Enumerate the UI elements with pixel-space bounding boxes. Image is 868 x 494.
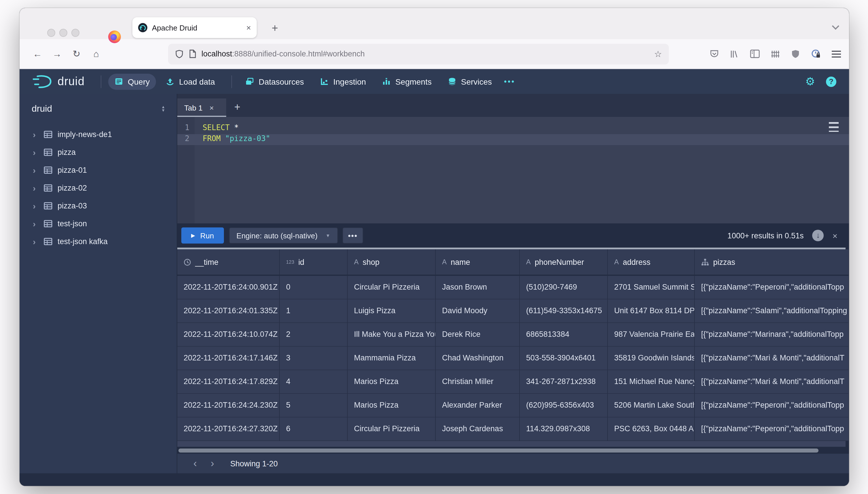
cell-phone[interactable]: 6865813384 [520, 323, 608, 347]
cell-name[interactable]: Alexander Parker [436, 394, 520, 417]
cell-id[interactable]: 0 [280, 276, 348, 299]
sidebar-item-pizza-02[interactable]: › pizza-02 [20, 179, 177, 197]
sidebars-icon[interactable] [750, 50, 760, 58]
table-row[interactable]: 2022-11-20T16:24:17.146Z 3 Mammamia Pizz… [177, 347, 849, 370]
cell-address[interactable]: 987 Valencia Prairie Eas [608, 323, 695, 347]
sidebar-item-pizza-01[interactable]: › pizza-01 [20, 161, 177, 179]
cell-phone[interactable]: 503-558-3904x6401 [520, 347, 608, 370]
cell-shop[interactable]: Circular Pi Pizzeria [348, 276, 436, 299]
cell-phone[interactable]: (620)995-6356x403 [520, 394, 608, 417]
cell-phone[interactable]: (510)290-7469 [520, 276, 608, 299]
cell-time[interactable]: 2022-11-20T16:24:10.074Z [177, 323, 280, 347]
editor-line-1[interactable]: 1 SELECT * [177, 123, 849, 134]
nav-item-segments[interactable]: Segments [376, 73, 438, 90]
cell-shop[interactable]: Marios Pizza [348, 370, 436, 394]
cell-id[interactable]: 3 [280, 347, 348, 370]
cell-name[interactable]: David Moody [436, 299, 520, 323]
page-info-icon[interactable] [189, 50, 196, 58]
table-row[interactable]: 2022-11-20T16:24:00.901Z 0 Circular Pi P… [177, 276, 849, 299]
sql-editor[interactable]: 1 SELECT * 2 FROM "pizza-03" [177, 117, 849, 223]
table-row[interactable]: 2022-11-20T16:24:01.335Z 1 Luigis Pizza … [177, 299, 849, 323]
cell-shop[interactable]: Circular Pi Pizzeria [348, 417, 436, 441]
cell-pizzas[interactable]: [{"pizzaName":"Mari & Monti","additional… [695, 347, 849, 370]
cell-pizzas[interactable]: [{"pizzaName":"Marinara","additionalTopp [695, 323, 849, 347]
prev-page-icon[interactable]: ‹ [187, 457, 204, 470]
next-page-icon[interactable]: › [204, 457, 221, 470]
cell-address[interactable]: PSC 6263, Box 0448 APO [608, 417, 695, 441]
sidebar-item-test-json[interactable]: › test-json [20, 215, 177, 233]
editor-menu-icon[interactable] [829, 122, 838, 132]
cell-time[interactable]: 2022-11-20T16:24:27.320Z [177, 417, 280, 441]
cell-shop[interactable]: Luigis Pizza [348, 299, 436, 323]
cell-time[interactable]: 2022-11-20T16:24:17.146Z [177, 347, 280, 370]
cell-id[interactable]: 2 [280, 323, 348, 347]
cell-shop[interactable]: Mammamia Pizza [348, 347, 436, 370]
forward-icon[interactable]: → [47, 49, 67, 59]
nav-item-query[interactable]: Query [108, 73, 156, 90]
privacy-badger-icon[interactable] [791, 49, 800, 58]
traffic-light-close[interactable] [47, 29, 55, 37]
cell-time[interactable]: 2022-11-20T16:24:24.230Z [177, 394, 280, 417]
cell-time[interactable]: 2022-11-20T16:24:01.335Z [177, 299, 280, 323]
column-header-phonenumber[interactable]: A phoneNumber [520, 249, 608, 274]
cell-address[interactable]: 35819 Goodwin Islands [608, 347, 695, 370]
cell-name[interactable]: Jason Brown [436, 276, 520, 299]
download-results-icon[interactable]: ↓ [812, 230, 824, 241]
cell-address[interactable]: Unit 6147 Box 8114 DPO [608, 299, 695, 323]
nav-item-datasources[interactable]: Datasources [239, 73, 310, 90]
column-header-address[interactable]: A address [608, 249, 695, 274]
add-query-tab-button[interactable]: + [234, 101, 240, 113]
cell-shop[interactable]: Marios Pizza [348, 394, 436, 417]
cell-time[interactable]: 2022-11-20T16:24:17.829Z [177, 370, 280, 394]
nav-item-services[interactable]: Services [442, 73, 498, 90]
cell-pizzas[interactable]: [{"pizzaName":"Salami","additionalToppin… [695, 299, 849, 323]
chevron-right-icon[interactable]: › [33, 201, 39, 211]
cell-time[interactable]: 2022-11-20T16:24:00.901Z [177, 276, 280, 299]
help-icon[interactable]: ? [826, 76, 836, 87]
nav-item-ingestion[interactable]: Ingestion [314, 73, 372, 90]
column-header-shop[interactable]: A shop [348, 249, 436, 274]
library-icon[interactable] [730, 49, 739, 58]
chevron-right-icon[interactable]: › [33, 219, 39, 229]
shield-permissions-icon[interactable] [175, 49, 184, 58]
cell-pizzas[interactable]: [{"pizzaName":"Peperoni","additionalTopp [695, 276, 849, 299]
privacy-lock-icon[interactable] [811, 49, 821, 59]
horizontal-scrollbar[interactable] [177, 447, 849, 454]
more-options-button[interactable]: ••• [342, 227, 363, 244]
traffic-light-minimize[interactable] [59, 29, 67, 37]
cell-address[interactable]: 151 Michael Rue Nancyb [608, 370, 695, 394]
cell-pizzas[interactable]: [{"pizzaName":"Peperoni","additionalTopp [695, 394, 849, 417]
new-tab-button[interactable]: + [272, 22, 278, 35]
table-row[interactable]: 2022-11-20T16:24:17.829Z 4 Marios Pizza … [177, 370, 849, 394]
url-bar[interactable]: localhost:8888/unified-console.html#work… [168, 43, 669, 64]
chevron-right-icon[interactable]: › [33, 147, 39, 157]
cell-address[interactable]: 5206 Martin Lake South [608, 394, 695, 417]
engine-select-button[interactable]: Engine: auto (sql-native) ▼ [229, 227, 338, 244]
back-icon[interactable]: ← [27, 49, 47, 59]
chevron-right-icon[interactable]: › [33, 236, 39, 246]
cell-name[interactable]: Chad Washington [436, 347, 520, 370]
sidebar-item-pizza-03[interactable]: › pizza-03 [20, 197, 177, 215]
cell-id[interactable]: 4 [280, 370, 348, 394]
column-header-id[interactable]: 123 id [280, 249, 348, 274]
chevron-right-icon[interactable]: › [33, 165, 39, 175]
column-header-time[interactable]: __time [177, 249, 280, 274]
query-tab-close-icon[interactable]: × [210, 103, 214, 112]
list-all-tabs-icon[interactable] [832, 22, 839, 30]
cell-phone[interactable]: (611)549-3353x14675 [520, 299, 608, 323]
sort-icon[interactable]: ▲ ▼ [161, 106, 165, 112]
nav-more-icon[interactable]: ••• [504, 77, 515, 86]
containers-fence-icon[interactable] [771, 49, 780, 58]
chevron-right-icon[interactable]: › [33, 183, 39, 193]
cell-address[interactable]: 2701 Samuel Summit Su [608, 276, 695, 299]
cell-shop[interactable]: Ill Make You a Pizza You [348, 323, 436, 347]
tab-close-icon[interactable]: × [246, 23, 251, 32]
settings-gear-icon[interactable]: ⚙ [805, 75, 815, 88]
column-header-pizzas[interactable]: pizzas [695, 249, 849, 274]
sidebar-item-test-json-kafka[interactable]: › test-json kafka [20, 233, 177, 250]
traffic-light-zoom[interactable] [71, 29, 79, 37]
cell-pizzas[interactable]: [{"pizzaName":"Mari & Monti","additional… [695, 370, 849, 394]
pocket-icon[interactable] [710, 49, 719, 58]
cell-phone[interactable]: 114.329.0987x308 [520, 417, 608, 441]
cell-id[interactable]: 1 [280, 299, 348, 323]
